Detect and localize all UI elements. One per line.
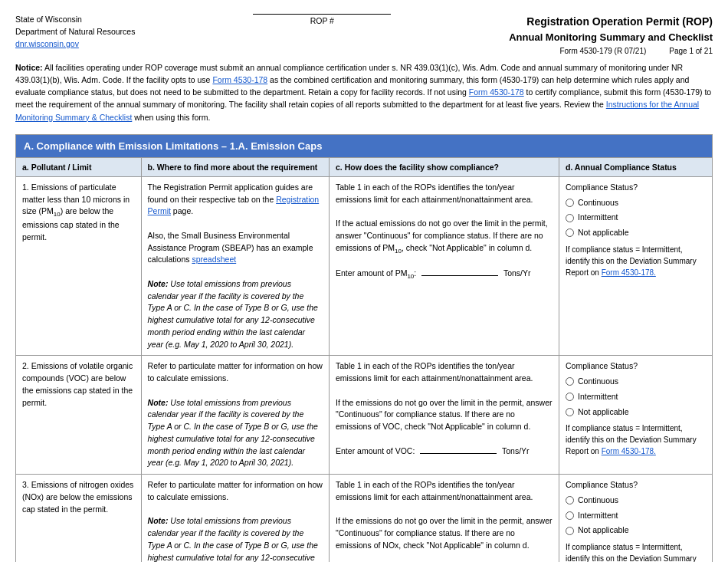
form-title-area: Registration Operation Permit (ROP) Annu… bbox=[509, 14, 713, 57]
agency-name-line1: State of Wisconsin bbox=[15, 14, 135, 26]
row3-radio-group: Continuous Intermittent Not applicable bbox=[566, 495, 706, 537]
row1-col-d: Compliance Status? Continuous Intermitte… bbox=[559, 176, 713, 356]
row2-compliance-label: Compliance Status? bbox=[566, 360, 706, 373]
page-header: State of Wisconsin Department of Natural… bbox=[15, 14, 713, 57]
row3-radio-continuous[interactable]: Continuous bbox=[566, 495, 706, 507]
radio-circle-icon bbox=[566, 527, 574, 535]
agency-info: State of Wisconsin Department of Natural… bbox=[15, 14, 135, 50]
row2-radio-not-applicable[interactable]: Not applicable bbox=[566, 406, 706, 419]
row2-compliance-note: If compliance status = Intermittent, ide… bbox=[566, 422, 706, 457]
radio-intermittent-label: Intermittent bbox=[578, 391, 618, 403]
radio-circle-icon bbox=[566, 199, 574, 207]
row1-compliance-note: If compliance status = Intermittent, ide… bbox=[566, 244, 706, 278]
agency-website-link[interactable]: dnr.wisconsin.gov bbox=[15, 39, 79, 48]
note-label-2: Note: bbox=[148, 398, 169, 407]
form-4530-178-link-2[interactable]: Form 4530-178 bbox=[469, 87, 524, 97]
radio-intermittent-label: Intermittent bbox=[578, 212, 618, 224]
radio-circle-icon bbox=[566, 408, 574, 416]
row2-col-b: Refer to particulate matter for informat… bbox=[141, 356, 329, 475]
radio-continuous-label: Continuous bbox=[578, 376, 618, 388]
row1-enter-amount: Enter amount of PM10: Tons/Yr bbox=[336, 268, 530, 278]
main-compliance-table: A. Compliance with Emission Limitations … bbox=[15, 134, 713, 562]
row2-col-c: Table 1 in each of the ROPs identifies t… bbox=[330, 356, 559, 475]
row2-enter-amount: Enter amount of VOC: Tons/Yr bbox=[336, 446, 530, 455]
note-label-3: Note: bbox=[148, 516, 169, 525]
form-4530-178-link-row2[interactable]: Form 4530-178. bbox=[602, 447, 656, 455]
radio-circle-icon bbox=[566, 214, 574, 222]
rop-line bbox=[253, 14, 391, 15]
col-c-header: c. How does the facility show compliance… bbox=[330, 157, 559, 176]
row1-radio-continuous[interactable]: Continuous bbox=[566, 197, 706, 209]
col-d-header: d. Annual Compliance Status bbox=[559, 157, 713, 176]
radio-intermittent-label: Intermittent bbox=[578, 510, 618, 522]
row3-compliance-label: Compliance Status? bbox=[566, 479, 706, 491]
section-a-header: A. Compliance with Emission Limitations … bbox=[16, 134, 713, 157]
row1-col-c: Table 1 in each of the ROPs identifies t… bbox=[330, 176, 559, 356]
row3-radio-not-applicable[interactable]: Not applicable bbox=[566, 524, 706, 537]
notice-section: Notice: All facilities operating under R… bbox=[15, 61, 713, 123]
registration-permit-link[interactable]: Registration Permit bbox=[148, 195, 320, 216]
radio-not-applicable-label: Not applicable bbox=[578, 406, 629, 419]
row3-col-b: Refer to particulate matter for informat… bbox=[141, 475, 329, 562]
instructions-link[interactable]: Instructions for the Annual Monitoring S… bbox=[15, 100, 699, 121]
note-text-2: Use total emissions from previous calend… bbox=[148, 398, 318, 468]
form-info: Form 4530-179 (R 07/21) Page 1 of 21 bbox=[509, 45, 713, 57]
form-number: Form 4530-179 (R 07/21) bbox=[559, 45, 646, 57]
row2-col-a: 2. Emissions of volatile organic compoun… bbox=[16, 356, 142, 475]
row3-col-c: Table 1 in each of the ROPs identifies t… bbox=[330, 475, 559, 562]
radio-circle-icon bbox=[566, 511, 574, 520]
row1-col-b: The Registration Permit application guid… bbox=[141, 176, 329, 356]
radio-circle-icon bbox=[566, 228, 574, 237]
form-4530-178-link-1[interactable]: Form 4530-178 bbox=[212, 75, 267, 84]
radio-not-applicable-label: Not applicable bbox=[578, 227, 629, 239]
spreadsheet-link[interactable]: spreadsheet bbox=[192, 255, 236, 264]
row3-compliance-note: If compliance status = Intermittent, ide… bbox=[566, 541, 706, 562]
note-text-1: Use total emissions from previous calend… bbox=[148, 279, 318, 349]
form-title-line1: Registration Operation Permit (ROP) bbox=[509, 14, 713, 30]
column-headers-row: a. Pollutant / Limit b. Where to find mo… bbox=[16, 157, 713, 176]
radio-not-applicable-label: Not applicable bbox=[578, 524, 629, 537]
row1-radio-not-applicable[interactable]: Not applicable bbox=[566, 227, 706, 239]
agency-name-line2: Department of Natural Resources bbox=[15, 26, 135, 38]
form-4530-178-link-row1[interactable]: Form 4530-178. bbox=[602, 268, 656, 277]
row2-radio-intermittent[interactable]: Intermittent bbox=[566, 391, 706, 403]
note-text-3: Use total emissions from previous calend… bbox=[148, 516, 318, 562]
row2-radio-continuous[interactable]: Continuous bbox=[566, 376, 706, 388]
col-b-header: b. Where to find more about the requirem… bbox=[141, 157, 329, 176]
row2-radio-group: Continuous Intermittent Not applicable bbox=[566, 376, 706, 418]
col-a-header: a. Pollutant / Limit bbox=[16, 157, 142, 176]
row1-compliance-label: Compliance Status? bbox=[566, 182, 706, 194]
form-title-line2: Annual Monitoring Summary and Checklist bbox=[509, 30, 713, 45]
row2-col-d: Compliance Status? Continuous Intermitte… bbox=[559, 356, 713, 475]
row1-radio-group: Continuous Intermittent Not applicable bbox=[566, 197, 706, 239]
radio-circle-icon bbox=[566, 496, 574, 504]
row1-radio-intermittent[interactable]: Intermittent bbox=[566, 212, 706, 224]
table-row: 3. Emissions of nitrogen oxides (NOx) ar… bbox=[16, 475, 713, 562]
table-row: 2. Emissions of volatile organic compoun… bbox=[16, 356, 713, 475]
row1-col-a: 1. Emissions of particulate matter less … bbox=[16, 176, 142, 356]
radio-circle-icon bbox=[566, 377, 574, 386]
row3-radio-intermittent[interactable]: Intermittent bbox=[566, 510, 706, 522]
radio-continuous-label: Continuous bbox=[578, 197, 618, 209]
table-row: 1. Emissions of particulate matter less … bbox=[16, 176, 713, 356]
page-number: Page 1 of 21 bbox=[669, 45, 713, 57]
row3-col-a: 3. Emissions of nitrogen oxides (NOx) ar… bbox=[16, 475, 142, 562]
rop-number-area: ROP # bbox=[158, 14, 486, 25]
radio-circle-icon bbox=[566, 393, 574, 401]
notice-label: Notice: bbox=[15, 63, 43, 72]
row3-col-d: Compliance Status? Continuous Intermitte… bbox=[559, 475, 713, 562]
note-label-1: Note: bbox=[148, 279, 169, 288]
section-a-header-row: A. Compliance with Emission Limitations … bbox=[16, 134, 713, 157]
rop-label: ROP # bbox=[310, 16, 334, 25]
radio-continuous-label: Continuous bbox=[578, 495, 618, 507]
